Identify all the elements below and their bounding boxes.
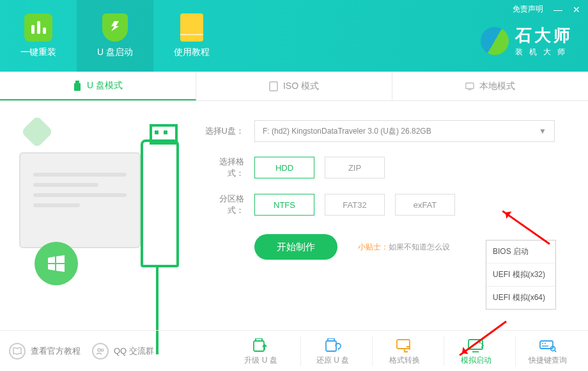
- brand-subtitle: 装机大师: [515, 47, 573, 58]
- svg-rect-3: [466, 83, 474, 88]
- partition-ntfs-button[interactable]: NTFS: [254, 194, 314, 216]
- convert-icon: [396, 338, 414, 352]
- tab-label: U 盘模式: [87, 80, 123, 91]
- svg-point-5: [98, 348, 100, 351]
- usb-graphic: [141, 139, 179, 267]
- nav-usb-boot[interactable]: U 盘启动: [77, 0, 153, 72]
- nav-label: U 盘启动: [97, 47, 133, 58]
- monitor-graphic: [19, 152, 141, 248]
- popup-bios[interactable]: BIOS 启动: [486, 241, 555, 264]
- action-restore[interactable]: 还原 U 盘: [300, 336, 364, 366]
- action-label: 升级 U 盘: [244, 355, 277, 366]
- mode-tabs: U 盘模式 ISO 模式 本地模式: [0, 72, 588, 101]
- disclaimer-link[interactable]: 免责声明: [513, 4, 543, 15]
- qq-group-link[interactable]: QQ 交流群: [92, 343, 154, 359]
- monitor-icon: [465, 81, 474, 91]
- partition-fat32-button[interactable]: FAT32: [325, 194, 385, 216]
- svg-rect-8: [254, 341, 264, 351]
- boot-popup-menu: BIOS 启动 UEFI 模拟(x32) UEFI 模拟(x64): [486, 240, 556, 310]
- brand: 石大师 装机大师: [481, 24, 573, 58]
- brand-logo-icon: [476, 22, 514, 60]
- bottom-bar: 查看官方教程 QQ 交流群 升级 U 盘 还原 U 盘 格式转换 模拟启动 快捷…: [0, 330, 588, 371]
- svg-rect-0: [75, 81, 79, 83]
- select-usb-label: 选择U盘：: [205, 125, 244, 137]
- tab-iso-mode[interactable]: ISO 模式: [196, 72, 392, 100]
- popup-uefi64[interactable]: UEFI 模拟(x64): [486, 287, 555, 309]
- link-label: QQ 交流群: [114, 345, 154, 357]
- brand-title: 石大师: [515, 24, 573, 47]
- tab-label: 本地模式: [479, 81, 515, 92]
- close-button[interactable]: ✕: [573, 4, 580, 15]
- action-convert[interactable]: 格式转换: [372, 336, 436, 366]
- tab-label: ISO 模式: [283, 81, 319, 92]
- nav-reinstall[interactable]: 一键重装: [0, 0, 77, 72]
- svg-rect-1: [74, 83, 81, 91]
- usb-shield-icon: [101, 13, 129, 42]
- partition-label: 分区格式：: [205, 193, 244, 216]
- chevron-down-icon: ▼: [539, 127, 546, 136]
- partition-exfat-button[interactable]: exFAT: [395, 194, 455, 216]
- action-label: 模拟启动: [461, 355, 491, 366]
- usb-select[interactable]: F: (hd2) KingstonDataTraveler 3.0 (U盘) 2…: [254, 120, 555, 142]
- usb-icon: [73, 81, 82, 91]
- illustration: [13, 120, 192, 338]
- svg-rect-11: [397, 340, 410, 349]
- keyboard-search-icon: [539, 338, 557, 352]
- link-label: 查看官方教程: [31, 345, 81, 357]
- official-tutorial-link[interactable]: 查看官方教程: [9, 343, 81, 359]
- nav-label: 一键重装: [20, 47, 56, 58]
- book-open-icon: [9, 343, 26, 359]
- titlebar: 免责声明 — ✕: [513, 4, 580, 15]
- action-label: 还原 U 盘: [316, 355, 349, 366]
- svg-rect-10: [326, 341, 336, 351]
- action-label: 格式转换: [389, 355, 420, 366]
- action-hotkey[interactable]: 快捷键查询: [515, 336, 579, 366]
- svg-rect-2: [270, 82, 277, 91]
- start-button[interactable]: 开始制作: [254, 234, 337, 260]
- tab-local-mode[interactable]: 本地模式: [392, 72, 588, 100]
- minimize-button[interactable]: —: [553, 4, 562, 15]
- svg-line-23: [555, 351, 556, 352]
- popup-uefi32[interactable]: UEFI 模拟(x32): [486, 264, 555, 287]
- people-icon: [92, 343, 109, 359]
- chart-bars-icon: [24, 13, 52, 42]
- svg-point-6: [101, 349, 104, 351]
- action-upgrade[interactable]: 升级 U 盘: [229, 336, 293, 366]
- windows-circle-icon: [35, 242, 78, 285]
- usb-up-icon: [252, 338, 270, 352]
- usb-refresh-icon: [324, 338, 342, 352]
- windows-badge-icon: [21, 116, 54, 148]
- nav-label: 使用教程: [174, 47, 210, 58]
- action-simulate[interactable]: 模拟启动: [444, 336, 507, 366]
- select-format-label: 选择格式：: [205, 156, 244, 179]
- iso-icon: [269, 81, 278, 91]
- header: 一键重装 U 盘启动 使用教程 免责声明 — ✕ 石大师 装机大师: [0, 0, 588, 72]
- tip-label: 小贴士：: [358, 242, 389, 251]
- tab-usb-mode[interactable]: U 盘模式: [0, 72, 196, 100]
- usb-select-value: F: (hd2) KingstonDataTraveler 3.0 (U盘) 2…: [263, 126, 431, 137]
- format-hdd-button[interactable]: HDD: [254, 157, 314, 178]
- action-label: 快捷键查询: [529, 355, 567, 366]
- bottom-actions: 升级 U 盘 还原 U 盘 格式转换 模拟启动 快捷键查询: [229, 336, 579, 366]
- book-icon: [178, 13, 206, 42]
- nav-tutorial[interactable]: 使用教程: [153, 0, 230, 72]
- monitor-loading-icon: [467, 338, 485, 352]
- format-zip-button[interactable]: ZIP: [325, 157, 385, 178]
